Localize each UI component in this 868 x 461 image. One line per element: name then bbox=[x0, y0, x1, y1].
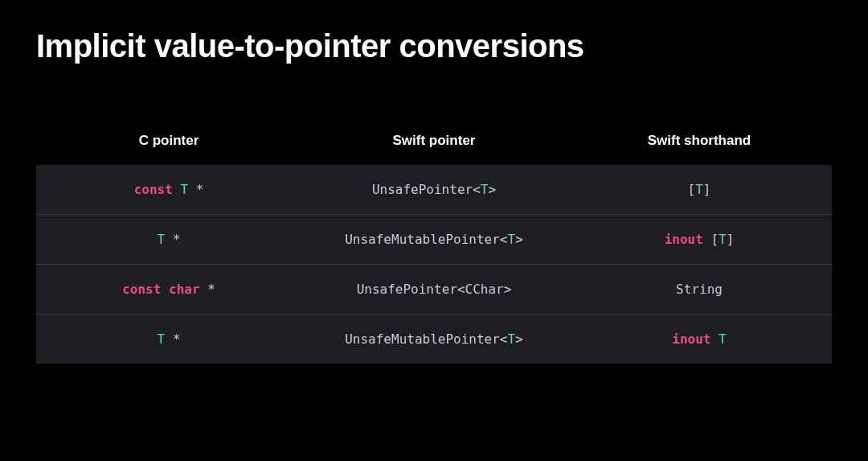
slide: Implicit value-to-pointer conversions C … bbox=[0, 0, 868, 461]
cell-swift-pointer: UnsafePointer<CChar> bbox=[301, 265, 567, 314]
header-swift-pointer: Swift pointer bbox=[301, 133, 567, 149]
cell-c-pointer: T * bbox=[36, 315, 301, 364]
cell-c-pointer: T * bbox=[36, 215, 301, 264]
cell-swift-pointer: UnsafePointer<T> bbox=[301, 165, 567, 214]
table-row: T *UnsafeMutablePointer<T>inout [T] bbox=[36, 215, 832, 265]
cell-swift-shorthand: String bbox=[567, 265, 832, 314]
table-row: T *UnsafeMutablePointer<T>inout T bbox=[36, 315, 832, 364]
page-title: Implicit value-to-pointer conversions bbox=[36, 28, 832, 64]
cell-swift-pointer: UnsafeMutablePointer<T> bbox=[301, 315, 567, 364]
table-body: const T *UnsafePointer<T>[T]T *UnsafeMut… bbox=[36, 165, 832, 364]
header-swift-shorthand: Swift shorthand bbox=[567, 133, 832, 149]
header-c-pointer: C pointer bbox=[36, 133, 301, 149]
conversion-table: C pointer Swift pointer Swift shorthand … bbox=[36, 133, 832, 364]
table-row: const char *UnsafePointer<CChar>String bbox=[36, 265, 832, 315]
cell-swift-shorthand: inout T bbox=[567, 315, 832, 364]
table-row: const T *UnsafePointer<T>[T] bbox=[36, 165, 832, 215]
cell-c-pointer: const T * bbox=[36, 165, 301, 214]
cell-swift-pointer: UnsafeMutablePointer<T> bbox=[301, 215, 567, 264]
cell-swift-shorthand: inout [T] bbox=[567, 215, 832, 264]
cell-c-pointer: const char * bbox=[36, 265, 301, 314]
table-header-row: C pointer Swift pointer Swift shorthand bbox=[36, 133, 832, 165]
cell-swift-shorthand: [T] bbox=[567, 165, 832, 214]
